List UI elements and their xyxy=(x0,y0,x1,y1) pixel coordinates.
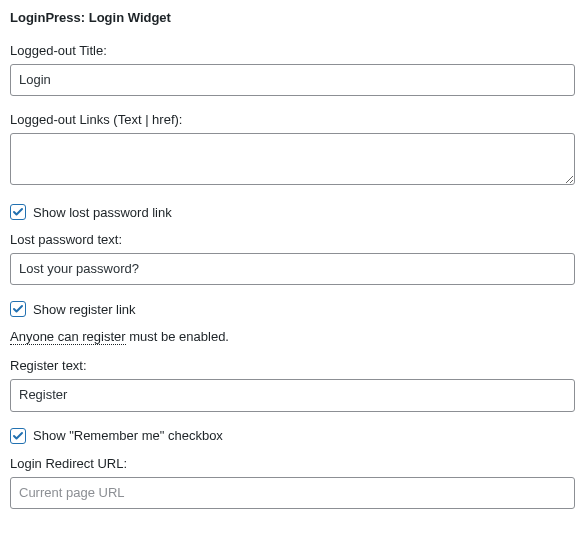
anyone-can-register-link[interactable]: Anyone can register xyxy=(10,329,126,345)
logged-out-links-group: Logged-out Links (Text | href): xyxy=(10,112,575,188)
show-remember-me-row[interactable]: Show "Remember me" checkbox xyxy=(10,428,575,444)
logged-out-title-group: Logged-out Title: xyxy=(10,43,575,96)
logged-out-title-label: Logged-out Title: xyxy=(10,43,575,58)
show-lost-password-checkbox[interactable] xyxy=(10,204,26,220)
logged-out-links-label: Logged-out Links (Text | href): xyxy=(10,112,575,127)
show-register-link-row[interactable]: Show register link xyxy=(10,301,575,317)
lost-password-text-label: Lost password text: xyxy=(10,232,575,247)
register-helper-suffix: must be enabled. xyxy=(126,329,229,344)
show-register-link-label[interactable]: Show register link xyxy=(33,302,136,317)
show-lost-password-label[interactable]: Show lost password link xyxy=(33,205,172,220)
register-text-group: Register text: xyxy=(10,358,575,411)
register-text-label: Register text: xyxy=(10,358,575,373)
check-icon xyxy=(12,206,24,218)
show-register-link-checkbox[interactable] xyxy=(10,301,26,317)
check-icon xyxy=(12,430,24,442)
login-redirect-input[interactable] xyxy=(10,477,575,509)
register-helper-text: Anyone can register must be enabled. xyxy=(10,329,575,344)
login-redirect-group: Login Redirect URL: xyxy=(10,456,575,509)
login-redirect-label: Login Redirect URL: xyxy=(10,456,575,471)
lost-password-text-group: Lost password text: xyxy=(10,232,575,285)
check-icon xyxy=(12,303,24,315)
widget-title: LoginPress: Login Widget xyxy=(10,10,575,25)
logged-out-links-textarea[interactable] xyxy=(10,133,575,185)
register-text-input[interactable] xyxy=(10,379,575,411)
show-lost-password-row[interactable]: Show lost password link xyxy=(10,204,575,220)
show-remember-me-label[interactable]: Show "Remember me" checkbox xyxy=(33,428,223,443)
show-remember-me-checkbox[interactable] xyxy=(10,428,26,444)
lost-password-text-input[interactable] xyxy=(10,253,575,285)
logged-out-title-input[interactable] xyxy=(10,64,575,96)
